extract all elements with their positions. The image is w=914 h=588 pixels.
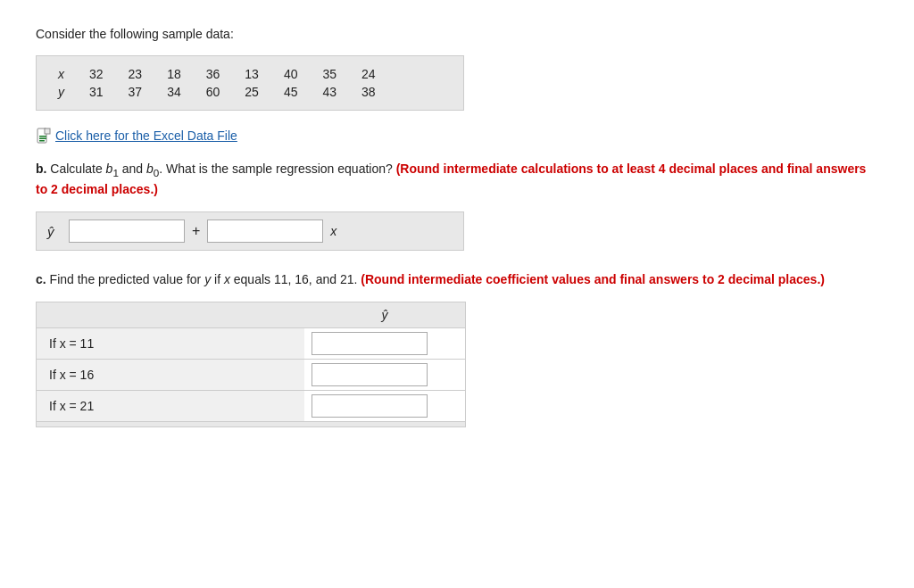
data-cell: 25 <box>232 83 271 101</box>
data-cell: 45 <box>271 83 311 101</box>
section-c-body: c. Find the predicted value for y if x e… <box>36 270 878 289</box>
predicted-row-label: If x = 21 <box>37 391 304 422</box>
predicted-input-x11[interactable] <box>312 332 428 355</box>
predicted-input-cell[interactable] <box>304 328 465 360</box>
section-c-label: c. <box>36 272 46 286</box>
data-cell: 37 <box>116 83 155 101</box>
y-hat-symbol: ŷ <box>47 224 62 239</box>
excel-link-text: Click here for the Excel Data File <box>55 128 237 143</box>
predicted-input-cell[interactable] <box>304 360 465 391</box>
data-cell: 31 <box>77 83 116 101</box>
data-cell: 13 <box>232 65 271 83</box>
data-cell: 36 <box>194 65 233 83</box>
equation-container: ŷ + x <box>36 211 464 251</box>
section-c: c. Find the predicted value for y if x e… <box>36 270 878 430</box>
section-b: b. Calculate b1 and b0. What is the samp… <box>36 160 878 251</box>
data-cell: 35 <box>310 65 349 83</box>
svg-rect-3 <box>39 138 46 140</box>
section-c-main-text: Find the predicted value for y if x equa… <box>50 272 358 286</box>
b1-input[interactable] <box>207 219 323 243</box>
predicted-input-x16[interactable] <box>312 363 428 386</box>
section-b-label: b. <box>36 161 46 176</box>
plus-sign: + <box>192 223 200 239</box>
data-cell: 24 <box>349 65 388 83</box>
data-cell: 32 <box>77 65 116 83</box>
predicted-table-yhat-header: ŷ <box>304 302 465 328</box>
data-table-container: x3223183613403524y3137346025454338 <box>36 55 464 111</box>
data-cell: 18 <box>154 65 194 83</box>
section-c-bold-text: (Round intermediate coefficient values a… <box>361 272 825 286</box>
section-b-body: b. Calculate b1 and b0. What is the samp… <box>36 160 878 199</box>
b0-input[interactable] <box>69 219 185 243</box>
data-cell: 38 <box>349 83 388 101</box>
predicted-input-cell[interactable] <box>304 391 465 422</box>
predicted-table: ŷ If x = 11If x = 16If x = 21 <box>37 302 465 421</box>
data-cell: 60 <box>194 83 233 101</box>
data-row-label: y <box>54 83 77 101</box>
data-cell: 34 <box>154 83 194 101</box>
section-b-main-text: Calculate b1 and b0. What is the sample … <box>50 161 392 176</box>
data-cell: 23 <box>116 65 155 83</box>
predicted-row-label: If x = 11 <box>37 328 304 360</box>
predicted-table-wrapper: ŷ If x = 11If x = 16If x = 21 <box>36 302 466 427</box>
intro-text: Consider the following sample data: <box>36 27 878 41</box>
svg-rect-1 <box>45 128 50 134</box>
data-row-label: x <box>54 65 77 83</box>
svg-rect-2 <box>39 136 46 137</box>
predicted-table-empty-header <box>37 302 304 328</box>
excel-link[interactable]: Click here for the Excel Data File <box>36 128 878 144</box>
x-label: x <box>330 224 337 238</box>
table-bottom-border <box>37 421 465 427</box>
data-table: x3223183613403524y3137346025454338 <box>54 65 388 101</box>
data-cell: 43 <box>310 83 349 101</box>
svg-rect-4 <box>39 140 45 142</box>
data-cell: 40 <box>271 65 311 83</box>
excel-icon <box>36 128 52 144</box>
predicted-input-x21[interactable] <box>312 394 428 418</box>
predicted-row-label: If x = 16 <box>37 360 304 391</box>
